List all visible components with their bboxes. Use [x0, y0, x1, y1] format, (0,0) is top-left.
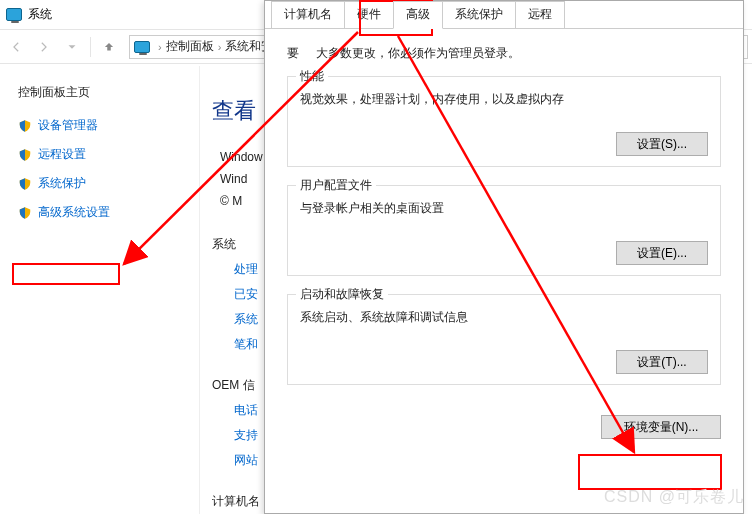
admin-note-prefix: 要 — [287, 46, 299, 60]
sidebar-item-label: 设备管理器 — [38, 117, 98, 134]
arrow-up-icon — [102, 40, 116, 54]
admin-note: 要 大多数更改，你必须作为管理员登录。 — [287, 45, 721, 62]
sidebar-item-label: 远程设置 — [38, 146, 86, 163]
shield-icon — [18, 176, 32, 192]
sidebar-item-protection[interactable]: 系统保护 — [18, 175, 199, 192]
env-variables-button[interactable]: 环境变量(N)... — [601, 415, 721, 439]
admin-note-text: 大多数更改，你必须作为管理员登录。 — [316, 46, 520, 60]
system-properties-dialog: 计算机名 硬件 高级 系统保护 远程 要 大多数更改，你必须作为管理员登录。 性… — [264, 0, 744, 514]
breadcrumb-item[interactable]: 控制面板 — [166, 38, 214, 55]
group-performance: 性能 视觉效果，处理器计划，内存使用，以及虚拟内存 设置(S)... — [287, 76, 721, 167]
settings-performance-button[interactable]: 设置(S)... — [616, 132, 708, 156]
up-button[interactable] — [97, 35, 121, 59]
tabstrip: 计算机名 硬件 高级 系统保护 远程 — [265, 1, 743, 29]
chevron-down-icon — [65, 40, 79, 54]
tab-computer-name[interactable]: 计算机名 — [271, 1, 345, 28]
separator — [90, 37, 91, 57]
chevron-right-icon: › — [214, 41, 226, 53]
left-panel: 控制面板主页 设备管理器 远程设置 系统保护 高级系统设置 — [0, 66, 200, 514]
sidebar-item-label: 系统保护 — [38, 175, 86, 192]
settings-startup-button[interactable]: 设置(T)... — [616, 350, 708, 374]
window-title: 系统 — [28, 6, 52, 23]
monitor-icon — [134, 41, 150, 53]
env-row: 环境变量(N)... — [265, 415, 743, 439]
shield-icon — [18, 205, 32, 221]
monitor-icon — [6, 8, 22, 21]
tab-hardware[interactable]: 硬件 — [344, 1, 394, 28]
sidebar-item-label: 高级系统设置 — [38, 204, 110, 221]
shield-icon — [18, 147, 32, 163]
group-legend: 启动和故障恢复 — [296, 286, 388, 303]
group-legend: 性能 — [296, 68, 328, 85]
sidebar-item-devicemanager[interactable]: 设备管理器 — [18, 117, 199, 134]
forward-button[interactable] — [32, 35, 56, 59]
shield-icon — [18, 118, 32, 134]
control-panel-home[interactable]: 控制面板主页 — [18, 84, 199, 101]
arrow-right-icon — [37, 40, 51, 54]
group-desc: 与登录帐户相关的桌面设置 — [300, 196, 708, 241]
group-legend: 用户配置文件 — [296, 177, 376, 194]
sidebar-item-advanced[interactable]: 高级系统设置 — [18, 204, 199, 221]
recent-dropdown[interactable] — [60, 35, 84, 59]
group-startup-recovery: 启动和故障恢复 系统启动、系统故障和调试信息 设置(T)... — [287, 294, 721, 385]
arrow-left-icon — [9, 40, 23, 54]
tab-remote[interactable]: 远程 — [515, 1, 565, 28]
chevron-right-icon: › — [154, 41, 166, 53]
back-button[interactable] — [4, 35, 28, 59]
settings-profiles-button[interactable]: 设置(E)... — [616, 241, 708, 265]
group-desc: 视觉效果，处理器计划，内存使用，以及虚拟内存 — [300, 87, 708, 132]
tab-advanced[interactable]: 高级 — [393, 1, 443, 29]
group-user-profiles: 用户配置文件 与登录帐户相关的桌面设置 设置(E)... — [287, 185, 721, 276]
dialog-body: 要 大多数更改，你必须作为管理员登录。 性能 视觉效果，处理器计划，内存使用，以… — [265, 29, 743, 415]
tab-system-protection[interactable]: 系统保护 — [442, 1, 516, 28]
sidebar-item-remote[interactable]: 远程设置 — [18, 146, 199, 163]
group-desc: 系统启动、系统故障和调试信息 — [300, 305, 708, 350]
